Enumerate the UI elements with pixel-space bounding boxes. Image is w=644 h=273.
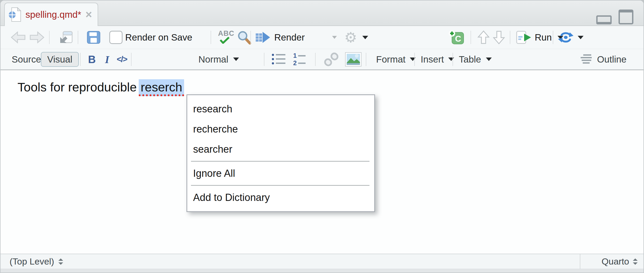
table-menu-label: Table (459, 54, 481, 65)
document-mode-selector[interactable]: Quarto (580, 254, 643, 269)
chunk-c-letter: C (455, 34, 461, 43)
window-controls (596, 10, 633, 24)
quarto-document-icon (8, 7, 22, 22)
up-arrow-icon (477, 30, 490, 45)
spellcheck-context-menu: research recherche searcher Ignore All A… (186, 94, 375, 212)
minimize-button[interactable] (596, 15, 612, 24)
back-button[interactable] (11, 31, 26, 43)
render-options-dropdown-icon[interactable] (332, 36, 337, 39)
render-label: Render (274, 32, 305, 43)
numbered-list-button[interactable]: 1 2 (293, 53, 308, 66)
insert-menu-label: Insert (421, 54, 444, 65)
suggestion-item[interactable]: research (187, 99, 374, 119)
document-text-line: Tools for reproduciblereserch (18, 80, 184, 94)
insert-chunk-button[interactable]: C (448, 30, 464, 45)
sort-updown-icon (632, 258, 638, 265)
text-before-misspelling: Tools for reproducible (18, 80, 137, 94)
tab-close-icon[interactable]: × (85, 9, 92, 20)
toolbar-separator (250, 31, 251, 44)
bullet-list-icon (272, 53, 286, 65)
chevron-down-icon (233, 58, 239, 61)
sort-updown-icon (58, 258, 64, 265)
toolbar-separator (510, 31, 510, 44)
previous-chunk-button[interactable] (477, 30, 490, 45)
forward-arrow-icon (29, 31, 45, 43)
toolbar-separator (80, 53, 81, 66)
gear-icon: ⚙ (344, 30, 357, 45)
status-bar: (Top Level) Quarto (1, 254, 643, 269)
window-bottom-frame (1, 269, 643, 272)
run-button[interactable]: Run (516, 31, 563, 44)
paragraph-style-dropdown[interactable]: Normal (198, 54, 239, 65)
find-replace-button[interactable] (237, 30, 251, 45)
format-menu[interactable]: Format (376, 54, 416, 65)
insert-chunk-icon: C (448, 30, 464, 45)
misspelled-word-selected[interactable]: reserch (139, 79, 184, 96)
render-on-save-checkbox[interactable] (109, 31, 123, 44)
visual-mode-label: Visual (47, 54, 72, 65)
maximize-button[interactable] (619, 10, 633, 24)
toolbar-separator (315, 53, 316, 66)
suggestion-item[interactable]: searcher (187, 139, 374, 159)
search-icon (237, 30, 251, 45)
run-label: Run (535, 32, 552, 43)
insert-image-button[interactable] (345, 52, 362, 67)
render-button[interactable]: Render (256, 31, 305, 43)
mode-label: Quarto (602, 256, 629, 267)
toolbar-separator (553, 31, 553, 44)
scope-label: (Top Level) (10, 256, 54, 267)
bullet-list-button[interactable] (272, 53, 286, 65)
scope-selector[interactable]: (Top Level) (10, 256, 64, 267)
menu-separator (191, 161, 369, 162)
rerun-button[interactable] (558, 31, 584, 44)
image-icon (345, 52, 362, 67)
chevron-down-icon (362, 36, 368, 39)
ignore-all-item[interactable]: Ignore All (187, 163, 374, 183)
italic-button[interactable]: I (105, 53, 109, 65)
render-settings-button[interactable]: ⚙ (344, 30, 368, 45)
add-to-dictionary-item[interactable]: Add to Dictionary (187, 187, 374, 208)
forward-button[interactable] (29, 31, 45, 43)
number-two: 2 (293, 59, 297, 66)
back-arrow-icon (11, 31, 26, 43)
number-one: 1 (293, 53, 297, 59)
tab-title: spelling.qmd* (25, 9, 81, 20)
toolbar-separator (452, 53, 453, 66)
paragraph-style-value: Normal (198, 54, 228, 65)
visual-mode-button[interactable]: Visual (41, 52, 79, 67)
toolbar-separator (49, 31, 50, 44)
inline-code-button[interactable]: </> (117, 55, 127, 64)
save-button[interactable] (87, 31, 100, 44)
toolbar-separator (211, 31, 211, 44)
toolbar-separator (264, 53, 264, 66)
spellcheck-abc-icon: ABC (217, 29, 236, 45)
spellcheck-button[interactable]: ABC (217, 29, 236, 45)
toolbar-separator (366, 53, 366, 66)
format-menu-label: Format (376, 54, 406, 65)
bold-button[interactable]: B (88, 53, 96, 65)
toolbar-separator (414, 53, 415, 66)
open-in-new-window-button[interactable] (59, 30, 73, 44)
toolbar-separator (78, 31, 78, 44)
save-disk-icon (87, 31, 100, 44)
rstudio-editor-pane: spelling.qmd* × (0, 0, 644, 273)
insert-link-button[interactable] (324, 52, 338, 67)
green-check-icon (220, 37, 230, 44)
chevron-down-icon (448, 58, 454, 61)
source-mode-button[interactable]: Source (12, 54, 41, 65)
main-toolbar: Render on Save ABC (1, 26, 643, 49)
abc-letters: ABC (218, 29, 234, 38)
rerun-options-dropdown-icon[interactable] (578, 36, 584, 39)
numbered-list-icon: 1 2 (293, 53, 308, 66)
rerun-refresh-icon (558, 31, 573, 44)
menu-separator (191, 185, 369, 186)
tab-spelling-qmd[interactable]: spelling.qmd* × (4, 3, 98, 26)
suggestion-item[interactable]: recherche (187, 119, 374, 139)
outline-icon (581, 54, 593, 64)
insert-menu[interactable]: Insert (421, 54, 454, 65)
outline-toggle-button[interactable]: Outline (581, 54, 626, 65)
toolbar-separator (471, 31, 471, 44)
table-menu[interactable]: Table (459, 54, 492, 65)
render-on-save-label: Render on Save (125, 32, 192, 43)
next-chunk-button[interactable] (493, 30, 505, 45)
